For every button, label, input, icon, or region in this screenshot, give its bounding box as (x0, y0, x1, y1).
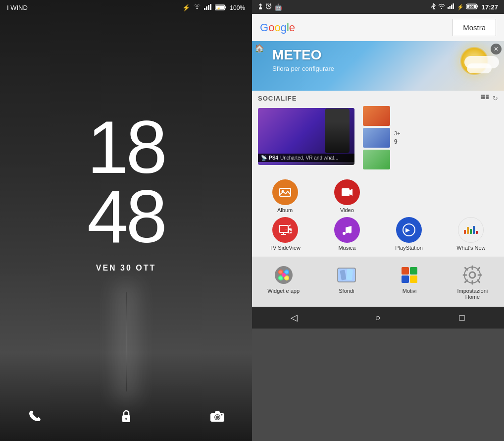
svg-point-60 (285, 276, 288, 279)
motivi-icon (399, 264, 420, 286)
svg-rect-68 (410, 276, 417, 283)
musica-icon (334, 217, 360, 243)
video-stack[interactable]: 📡 PS4 Uncharted, VR and what... (258, 108, 357, 167)
playstation-icon: ▶ (396, 217, 422, 243)
app-icon-album[interactable]: Album (256, 179, 314, 213)
bottom-nav-impostazioni[interactable]: ImpostazioniHome (441, 262, 504, 302)
widget-area: 🏠 METEO Sfiora per configurare ✕ SOCIALI… (252, 41, 504, 257)
svg-text:▶: ▶ (405, 226, 410, 233)
google-bar: Google Mostra (252, 14, 504, 41)
meteo-widget[interactable]: 🏠 METEO Sfiora per configurare ✕ (252, 41, 504, 91)
sfondi-icon (336, 264, 357, 286)
svg-point-57 (279, 271, 282, 274)
svg-rect-67 (402, 276, 409, 283)
svg-rect-66 (410, 267, 417, 275)
svg-rect-13 (215, 411, 220, 414)
widget-home-button[interactable]: 🏠 (254, 44, 264, 53)
app-icon-musica[interactable]: Musica (318, 217, 376, 251)
phone-icon[interactable] (25, 406, 45, 426)
home-status-icons-left: 🤖 (258, 3, 282, 11)
svg-rect-28 (477, 5, 478, 7)
app-icon-playstation[interactable]: ▶ PlayStation (380, 217, 438, 251)
tvsideview-label: TV SideView (269, 245, 301, 251)
side-card-3[interactable] (363, 150, 390, 169)
home-bluetooth-icon (431, 3, 436, 11)
svg-point-59 (279, 276, 282, 279)
total-count: 9 (394, 138, 401, 145)
video-side-cards (363, 106, 390, 169)
svg-rect-35 (486, 97, 489, 99)
video-platform: PS4 (269, 155, 278, 161)
video-thumbnail (258, 108, 354, 154)
svg-point-69 (469, 272, 475, 278)
svg-rect-34 (483, 97, 485, 99)
svg-point-14 (221, 414, 223, 416)
lock-icon[interactable] (116, 406, 136, 426)
camera-icon[interactable] (207, 406, 227, 426)
sfondi-label: Sfondi (339, 288, 354, 294)
home-wifi-icon (438, 3, 445, 10)
svg-text:100: 100 (468, 5, 474, 8)
svg-line-78 (465, 280, 467, 282)
impostazioni-icon (461, 264, 483, 286)
svg-point-58 (285, 271, 288, 274)
motivi-label: Motivi (403, 288, 417, 294)
recent-button[interactable]: □ (452, 308, 472, 328)
close-widget-button[interactable]: ✕ (491, 44, 502, 55)
socialife-controls: ↻ (481, 95, 498, 102)
svg-point-56 (282, 273, 286, 277)
svg-line-45 (288, 225, 291, 226)
side-card-2[interactable] (363, 128, 390, 148)
video-card-main[interactable]: 📡 PS4 Uncharted, VR and what... (258, 108, 354, 165)
socialife-grid-icon[interactable] (481, 95, 489, 102)
svg-line-76 (478, 280, 480, 282)
count-badges: 3+ 9 (394, 130, 401, 145)
playstation-label: PlayStation (395, 245, 423, 251)
app-icon-empty2 (442, 179, 500, 213)
cast-icon: 📡 (261, 155, 267, 161)
svg-point-9 (125, 418, 127, 420)
app-icon-empty1 (380, 179, 438, 213)
svg-text:▶: ▶ (289, 229, 292, 233)
app-icon-whatsnew[interactable]: What's New (442, 217, 500, 251)
back-button[interactable]: ◁ (284, 308, 304, 328)
video-app-icon (334, 179, 360, 205)
svg-rect-31 (483, 95, 485, 97)
bottom-nav: Widget e app Sfondi (252, 257, 504, 307)
svg-text:tv: tv (281, 226, 285, 231)
lock-time-container: 18 48 VEN 30 OTT (0, 0, 252, 396)
lock-bottom-bar (0, 396, 252, 441)
home-signal-icon (448, 3, 454, 10)
svg-line-77 (478, 268, 480, 270)
alarm-icon (265, 3, 272, 11)
bottom-nav-widget-app[interactable]: Widget e app (252, 262, 315, 302)
video-label: 📡 PS4 Uncharted, VR and what... (258, 154, 354, 162)
home-status-bar: 🤖 (252, 0, 504, 14)
lock-minute: 48 (87, 179, 165, 254)
app-icon-tvsideview[interactable]: ▶ tv — TV SideView (256, 217, 314, 251)
impostazioni-label: ImpostazioniHome (457, 288, 488, 300)
svg-rect-32 (486, 95, 489, 97)
usb-icon (258, 3, 263, 11)
socialife-title: SOCIALIFE (258, 95, 297, 102)
socialife-content: 📡 PS4 Uncharted, VR and what... 3+ 9 (258, 106, 498, 169)
mostra-button[interactable]: Mostra (453, 19, 496, 36)
app-icon-video[interactable]: Video (318, 179, 376, 213)
plus-count: 3+ (394, 130, 401, 136)
side-card-1[interactable] (363, 106, 390, 126)
svg-rect-33 (481, 97, 483, 99)
home-status-icons-right: ⚡ 100 17:27 (431, 3, 498, 11)
home-button[interactable]: ○ (368, 308, 388, 328)
lock-date: VEN 30 OTT (96, 264, 156, 273)
svg-rect-23 (449, 6, 451, 9)
bottom-nav-motivi[interactable]: Motivi (378, 262, 441, 302)
lock-screen: I WIND ⚡ ⚡ (0, 0, 252, 441)
home-charging-icon: ⚡ (457, 4, 464, 10)
svg-rect-22 (448, 7, 449, 9)
socialife-refresh-icon[interactable]: ↻ (493, 95, 498, 102)
android-status-icon: 🤖 (274, 3, 282, 11)
svg-text:—: — (285, 227, 287, 230)
bottom-nav-sfondi[interactable]: Sfondi (315, 262, 378, 302)
whatsnew-icon (458, 217, 484, 243)
home-screen: 🤖 (252, 0, 504, 441)
